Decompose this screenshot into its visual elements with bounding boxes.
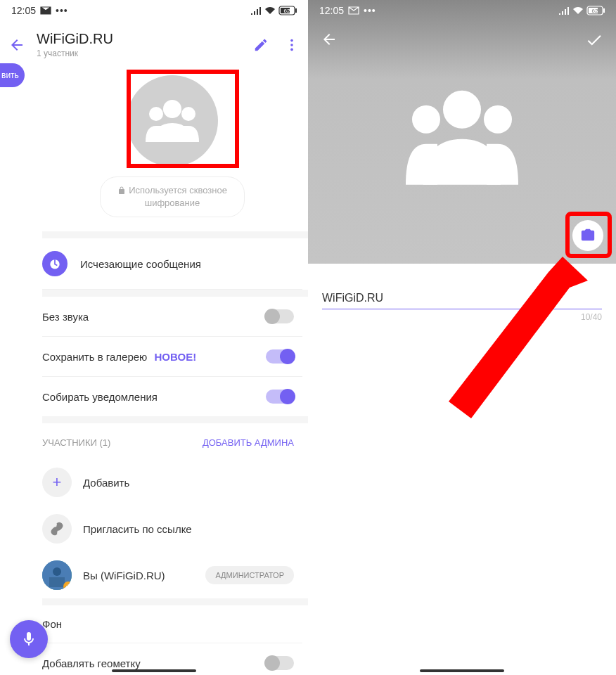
edit-icon[interactable]	[253, 37, 269, 53]
member-you-row[interactable]: ★ Вы (WiFiGiD.RU) АДМИНИСТРАТОР	[42, 552, 302, 598]
svg-point-4	[290, 39, 293, 41]
svg-rect-3	[295, 8, 297, 13]
gmail-icon	[40, 6, 51, 15]
svg-rect-17	[603, 8, 605, 13]
status-bar: 12:05 ••• 62	[0, 0, 308, 21]
encryption-pill[interactable]: Используется сквозное шифрование	[100, 176, 245, 217]
save-gallery-row[interactable]: Сохранить в галерею НОВОЕ!	[42, 337, 302, 377]
admin-badge: АДМИНИСТРАТОР	[205, 566, 294, 584]
save-gallery-toggle[interactable]	[266, 349, 294, 364]
svg-point-19	[412, 105, 440, 133]
group-header: WiFiGiD.RU 1 участник	[0, 21, 308, 68]
side-tab[interactable]: вить	[0, 63, 25, 87]
back-arrow-icon[interactable]	[8, 37, 25, 53]
new-badge: НОВОЕ!	[155, 351, 197, 363]
group-avatar-large[interactable]	[402, 86, 522, 188]
svg-rect-13	[49, 577, 65, 587]
wifi-icon	[572, 6, 584, 15]
highlight-box-avatar	[127, 70, 239, 168]
battery-icon: 62	[586, 6, 605, 15]
svg-point-6	[290, 48, 293, 51]
home-indicator[interactable]	[112, 669, 196, 672]
phone-left-group-info: 12:05 ••• 62 WiFiGiD.RU 1 участник вить	[0, 0, 308, 675]
svg-point-12	[53, 567, 61, 576]
svg-point-18	[443, 90, 481, 128]
signal-icon	[558, 6, 570, 15]
status-more-icon: •••	[56, 5, 68, 16]
collect-notifications-row[interactable]: Собирать уведомления	[42, 377, 302, 416]
geotag-toggle[interactable]	[266, 656, 294, 670]
geotag-row[interactable]: Добавлять геометку	[42, 643, 302, 673]
svg-text:62: 62	[592, 8, 598, 14]
svg-text:62: 62	[284, 8, 290, 14]
char-count: 10/40	[322, 312, 602, 322]
link-icon	[42, 514, 72, 544]
add-admin-link[interactable]: ДОБАВИТЬ АДМИНА	[203, 437, 294, 448]
mic-fab[interactable]	[10, 620, 48, 658]
lock-icon	[117, 186, 126, 195]
back-arrow-icon[interactable]	[321, 31, 338, 49]
group-title: WiFiGiD.RU	[37, 31, 242, 47]
confirm-check-icon[interactable]	[585, 31, 603, 49]
gmail-icon	[348, 6, 359, 15]
signal-icon	[250, 6, 262, 15]
highlight-box-camera	[565, 212, 612, 258]
group-subtitle: 1 участник	[37, 49, 242, 58]
phone-right-edit-group: 12:05 ••• 62	[308, 0, 616, 675]
add-member-row[interactable]: + Добавить	[42, 459, 302, 506]
plus-icon: +	[42, 468, 72, 497]
group-avatar-section: Используется сквозное шифрование	[42, 68, 302, 231]
mic-icon	[20, 631, 37, 648]
star-badge-icon: ★	[63, 581, 72, 590]
home-indicator[interactable]	[420, 669, 504, 672]
background-row[interactable]: Фон	[42, 605, 302, 643]
user-avatar: ★	[42, 560, 72, 590]
members-section-header: УЧАСТНИКИ (1) ДОБАВИТЬ АДМИНА	[42, 423, 302, 459]
status-more-icon: •••	[364, 5, 376, 16]
group-people-icon	[402, 86, 522, 188]
svg-point-5	[290, 44, 293, 46]
invite-link-row[interactable]: Пригласить по ссылке	[42, 506, 302, 552]
more-vertical-icon[interactable]	[284, 37, 300, 53]
timer-icon	[42, 251, 68, 276]
disappearing-messages-row[interactable]: Исчезающие сообщения	[42, 238, 302, 290]
collect-notifications-toggle[interactable]	[266, 390, 294, 404]
battery-icon: 62	[278, 6, 297, 15]
group-name-input[interactable]: WiFiGiD.RU	[322, 292, 602, 309]
status-time: 12:05	[11, 5, 36, 16]
svg-point-20	[484, 105, 512, 133]
status-time: 12:05	[319, 5, 344, 16]
mute-toggle[interactable]	[266, 309, 294, 323]
status-bar: 12:05 ••• 62	[308, 0, 616, 21]
wifi-icon	[264, 6, 276, 15]
mute-row[interactable]: Без звука	[42, 297, 302, 337]
